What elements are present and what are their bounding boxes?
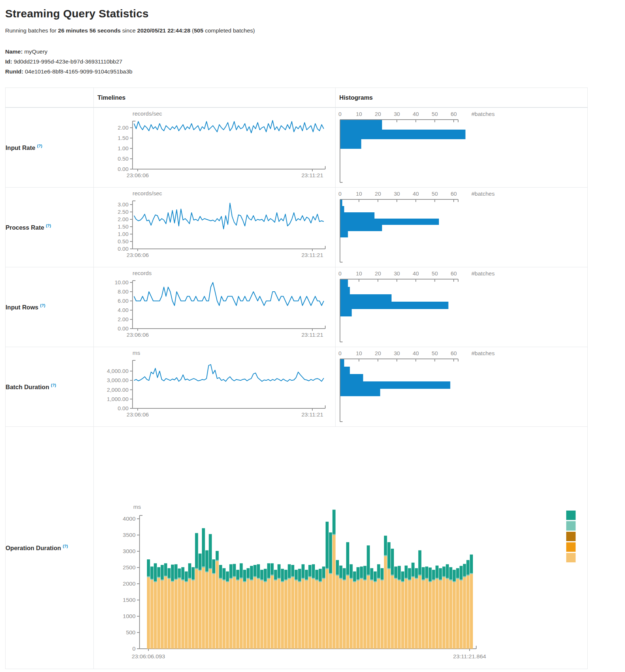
stacked-bar-segment	[264, 582, 267, 649]
y-axis: 0.000.501.001.502.002.503.00	[118, 201, 135, 252]
summary-text: completed batches)	[203, 27, 255, 34]
stacked-bar-segment	[195, 568, 198, 569]
stacked-bar-segment	[405, 578, 408, 579]
y-tick-label: 0.00	[118, 246, 128, 252]
stacked-bar-segment	[418, 575, 421, 576]
x-tick-label: 60	[451, 350, 457, 356]
stacked-bar-segment	[178, 569, 181, 578]
page-title: Streaming Query Statistics	[5, 7, 625, 20]
x-tick-label: 60	[451, 270, 457, 277]
stacked-bar-segment	[425, 579, 428, 649]
row-label-text: Input Rows	[6, 304, 38, 311]
stacked-bar-segment	[264, 581, 267, 582]
stacked-bar-segment	[212, 573, 215, 574]
help-icon[interactable]: (?)	[37, 144, 42, 148]
stacked-bar-segment	[343, 580, 346, 581]
stacked-bar-segment	[326, 569, 329, 649]
x-tick-label: 60	[451, 111, 457, 117]
stacked-bar-segment	[377, 579, 380, 649]
stacked-bar-segment	[412, 576, 415, 577]
legend-swatch-orange-dark	[566, 531, 576, 541]
help-icon[interactable]: (?)	[40, 303, 45, 308]
legend-swatch-orange	[566, 542, 576, 552]
stacked-bar-segment	[308, 576, 311, 577]
y-tick-label: 4.00	[118, 307, 128, 313]
timeline-line	[134, 282, 324, 306]
stacked-bar-segment	[326, 568, 329, 569]
stacked-bar-segment	[192, 580, 195, 649]
stacked-bar-segment	[295, 580, 298, 649]
stacked-bar-segment	[254, 577, 257, 649]
stacked-bar-segment	[408, 580, 411, 649]
y-axis: 05001000150020002500300035004000	[123, 515, 142, 652]
y-tick-label: 500	[126, 629, 135, 635]
stacked-bar-segment	[185, 582, 188, 649]
stacked-bar-segment	[360, 578, 363, 579]
stacked-bar-segment	[357, 580, 360, 581]
x-tick-label: 40	[413, 270, 419, 277]
y-tick-label: 2.00	[118, 216, 128, 222]
table-row-input-rows: Input Rows (?) records0.002.004.006.008.…	[6, 267, 588, 347]
stacked-bar-segment	[360, 579, 363, 649]
query-name-label: Name:	[5, 48, 23, 55]
x-tick-label: 50	[432, 111, 438, 117]
stacked-bar-segment	[157, 578, 160, 649]
stacked-bar-segment	[178, 577, 181, 579]
x-tick-label: 10	[356, 350, 362, 356]
stacked-bar-segment	[157, 567, 160, 577]
x-axis-label: 23:06:06	[127, 332, 149, 338]
stacked-bar-segment	[154, 563, 157, 581]
stacked-bar-segment	[446, 578, 449, 579]
summary-batch-count: 505	[194, 27, 203, 34]
histogram-bar	[340, 309, 352, 316]
stacked-bar-segment	[240, 579, 243, 649]
row-label-text: Input Rate	[6, 144, 35, 151]
y-tick-label: 1.00	[118, 231, 128, 237]
stacked-bar-segment	[295, 580, 298, 581]
row-label-text: Process Rate	[6, 224, 44, 231]
axis-title: #batches	[471, 350, 495, 356]
stacked-bar-segment	[240, 577, 243, 579]
help-icon[interactable]: (?)	[63, 544, 68, 548]
stacked-bar-segment	[429, 581, 432, 582]
stacked-bar-segment	[271, 563, 274, 575]
histogram-svg: 0102030405060#batches	[336, 108, 587, 187]
stacked-bar-segment	[250, 566, 253, 580]
stacked-bar-segment	[223, 568, 226, 580]
stacked-bar-segment	[387, 542, 390, 568]
y-tick-label: 1.50	[118, 223, 128, 230]
stacked-bar-segment	[350, 578, 353, 579]
histogram-bar	[340, 212, 374, 219]
x-tick-label: 10	[356, 111, 362, 117]
stacked-bar-segment	[164, 576, 167, 577]
help-icon[interactable]: (?)	[51, 383, 56, 387]
histogram-bar	[340, 130, 466, 139]
stacked-bar-segment	[408, 568, 411, 580]
stacked-bar-segment	[463, 577, 466, 649]
stacked-bar-segment	[449, 580, 452, 581]
stacked-bar-segment	[415, 578, 418, 579]
row-label-process-rate: Process Rate (?)	[6, 188, 94, 267]
stacked-bar-segment	[171, 582, 174, 649]
y-tick-label: 4000	[123, 515, 136, 522]
stacked-bar-segment	[329, 574, 332, 649]
stacked-bar-segment	[291, 577, 294, 649]
unit-label: ms	[133, 350, 140, 356]
stacked-bar-segment	[236, 580, 239, 581]
stacked-bar-segment	[223, 580, 226, 581]
stacked-bar-segment	[274, 580, 277, 581]
streaming-query-statistics-page: Streaming Query Statistics Running batch…	[0, 0, 625, 672]
stacked-bar-segment	[278, 564, 281, 578]
stacked-bar-segment	[302, 564, 305, 578]
stacked-bar-segment	[466, 560, 469, 575]
stacked-bar-segment	[353, 572, 356, 581]
stacked-bar-segment	[185, 572, 188, 581]
stacked-bar-segment	[284, 570, 287, 579]
stacked-bar-segment	[233, 564, 236, 576]
stacked-bar-segment	[298, 582, 301, 649]
stacked-bar-segment	[247, 568, 250, 578]
help-icon[interactable]: (?)	[46, 223, 51, 228]
y-tick-label: 3500	[123, 532, 136, 538]
stacked-bar-segment	[154, 581, 157, 582]
x-axis: 0102030405060	[339, 350, 458, 361]
